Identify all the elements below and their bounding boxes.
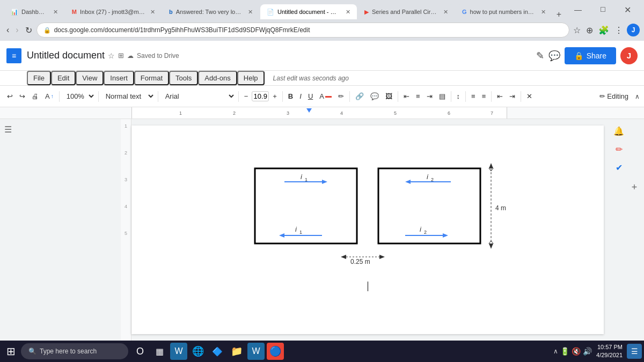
start-button[interactable]: ⊞	[2, 344, 20, 359]
taskbar-app-word2[interactable]: W	[247, 343, 265, 360]
edit-icon[interactable]: ✏	[611, 142, 626, 157]
tab-dashboard[interactable]: 📊 Dashboard ✕	[4, 4, 64, 19]
search-button[interactable]: 🔍 Type here to search	[21, 343, 128, 359]
svg-rect-10	[378, 168, 480, 243]
profile-menu-button[interactable]: ⊕	[584, 24, 595, 37]
tray-network-icon[interactable]: 🔇	[572, 347, 581, 356]
taskbar-app-explorer[interactable]: 📁	[228, 343, 245, 360]
text-color-button[interactable]: A	[317, 90, 334, 102]
notification-center-button[interactable]: ☰	[627, 344, 642, 359]
tab-answered[interactable]: b Answered: Two very long, p ✕	[163, 4, 259, 19]
tray-volume-icon[interactable]: 🔊	[583, 347, 592, 356]
taskbar-app-word[interactable]: W	[170, 343, 187, 360]
redo-button[interactable]: ↪	[17, 90, 28, 102]
tab-how[interactable]: G how to put numbers in scie ✕	[456, 4, 552, 19]
align-right-button[interactable]: ⇥	[424, 90, 435, 102]
align-center-button[interactable]: ≡	[413, 90, 423, 102]
notification-icon[interactable]: 🔔	[611, 123, 626, 138]
menu-tools[interactable]: Tools	[169, 71, 198, 85]
gdocs-profile-avatar[interactable]: J	[620, 47, 638, 64]
chat-button[interactable]: 💬	[548, 50, 560, 62]
font-size-decrease-button[interactable]: −	[241, 90, 251, 102]
bold-button[interactable]: B	[286, 90, 296, 102]
link-button[interactable]: 🔗	[353, 90, 367, 102]
taskbar-app-edge[interactable]: 🔷	[209, 343, 226, 360]
menu-view[interactable]: View	[76, 71, 104, 85]
tab-close-series[interactable]: ✕	[443, 9, 448, 16]
highlight-button[interactable]: ✏	[335, 90, 347, 102]
line-spacing-button[interactable]: ↕	[454, 90, 463, 102]
font-size-increase-button[interactable]: +	[270, 90, 280, 102]
align-justify-button[interactable]: ▤	[436, 90, 448, 102]
taskbar-app-cortana[interactable]: O	[131, 343, 149, 360]
tray-battery-icon[interactable]: 🔋	[560, 347, 569, 356]
bulleted-list-button[interactable]: ≡	[479, 90, 489, 102]
system-clock[interactable]: 10:57 PM 4/29/2021	[594, 343, 625, 360]
increase-indent-button[interactable]: ⇥	[507, 90, 518, 102]
back-button[interactable]: ‹	[4, 23, 11, 37]
menu-format[interactable]: Format	[134, 71, 169, 85]
minimize-button[interactable]: —	[566, 0, 590, 19]
menu-file[interactable]: File	[27, 71, 51, 85]
menu-help[interactable]: Help	[237, 71, 265, 85]
font-selector[interactable]: Arial Times New Roman Courier New	[161, 91, 236, 102]
clear-format-button[interactable]: ✕	[524, 90, 535, 102]
zoom-selector[interactable]: 100% 75% 125% 150%	[62, 91, 96, 102]
smart-compose-button[interactable]: ✎	[536, 50, 544, 62]
tab-series[interactable]: ▶ Series and Parallel Circuit E ✕	[358, 4, 455, 19]
decrease-indent-button[interactable]: ⇤	[494, 90, 506, 102]
undo-button[interactable]: ↩	[4, 90, 16, 102]
address-text: docs.google.com/document/d/1trdhrnPyg5ih…	[54, 26, 310, 34]
menu-addons[interactable]: Add-ons	[198, 71, 237, 85]
paint-format-button[interactable]: A ↑	[42, 90, 56, 102]
tab-close-how[interactable]: ✕	[541, 9, 546, 16]
print-button[interactable]: 🖨	[29, 90, 41, 102]
tab-close-gdocs[interactable]: ✕	[346, 9, 350, 16]
numbered-list-button[interactable]: ≡	[469, 90, 478, 102]
image-button[interactable]: 🖼	[383, 90, 395, 102]
new-tab-button[interactable]: +	[553, 10, 565, 19]
tab-close-dashboard[interactable]: ✕	[53, 9, 58, 16]
tray-arrow-icon[interactable]: ∧	[553, 348, 558, 355]
paragraph-style-selector[interactable]: Normal text Heading 1 Heading 2	[101, 91, 155, 102]
font-size-input[interactable]	[252, 91, 269, 101]
plus-icon[interactable]: +	[628, 181, 641, 194]
tab-favicon-inbox: M	[72, 9, 77, 15]
ruler-left-margin	[0, 107, 131, 119]
extensions-button[interactable]: 🧩	[597, 24, 611, 37]
star-icon[interactable]: ☆	[108, 51, 115, 60]
main-area: 1 2 3 4 5 ☰	[0, 119, 644, 341]
tab-gdocs[interactable]: 📄 Untitled document - Googl ✕	[260, 4, 357, 19]
tab-inbox[interactable]: M Inbox (27) - jmott3@mail.n ✕	[65, 4, 162, 19]
tab-close-answered[interactable]: ✕	[248, 9, 253, 16]
svg-text:1: 1	[179, 110, 182, 116]
italic-button[interactable]: I	[297, 90, 304, 102]
maximize-button[interactable]: ☐	[590, 0, 615, 19]
tab-close-inbox[interactable]: ✕	[150, 9, 155, 16]
comment-button[interactable]: 💬	[368, 90, 382, 102]
toolbar-collapse-button[interactable]: ∧	[635, 93, 640, 100]
close-button[interactable]: ✕	[615, 0, 640, 19]
more-menu-button[interactable]: ⋮	[613, 24, 625, 37]
taskbar-app-chrome[interactable]: 🌐	[189, 343, 207, 360]
align-left-button[interactable]: ⇤	[401, 90, 412, 102]
underline-button[interactable]: U	[305, 90, 316, 102]
address-bar[interactable]: 🔒 docs.google.com/document/d/1trdhrnPyg5…	[36, 23, 569, 38]
editing-mode-button[interactable]: ✏ Editing	[595, 91, 633, 101]
page-outline-icon[interactable]: ☰	[4, 124, 12, 135]
check-icon[interactable]: ✔	[611, 160, 626, 175]
document-page[interactable]: i 1 i 1 i 2	[131, 125, 604, 334]
share-button[interactable]: 🔒 Share	[565, 47, 616, 64]
gdocs-header-actions: ✎ 💬 🔒 Share J	[536, 47, 638, 64]
gdocs-document-title[interactable]: Untitled document	[27, 50, 105, 61]
forward-button[interactable]: ›	[13, 23, 20, 37]
move-to-drive-icon[interactable]: ⊞	[118, 51, 124, 60]
browser-profile-avatar[interactable]: J	[627, 24, 640, 36]
menu-insert[interactable]: Insert	[104, 71, 134, 85]
bookmark-button[interactable]: ☆	[572, 24, 582, 37]
refresh-button[interactable]: ↻	[23, 23, 34, 38]
menu-edit[interactable]: Edit	[51, 71, 76, 85]
taskbar-app-blue[interactable]: 🔵	[267, 343, 284, 360]
taskbar-app-taskview[interactable]: ▦	[151, 343, 168, 360]
browser-tab-bar: 📊 Dashboard ✕ M Inbox (27) - jmott3@mail…	[0, 0, 644, 19]
